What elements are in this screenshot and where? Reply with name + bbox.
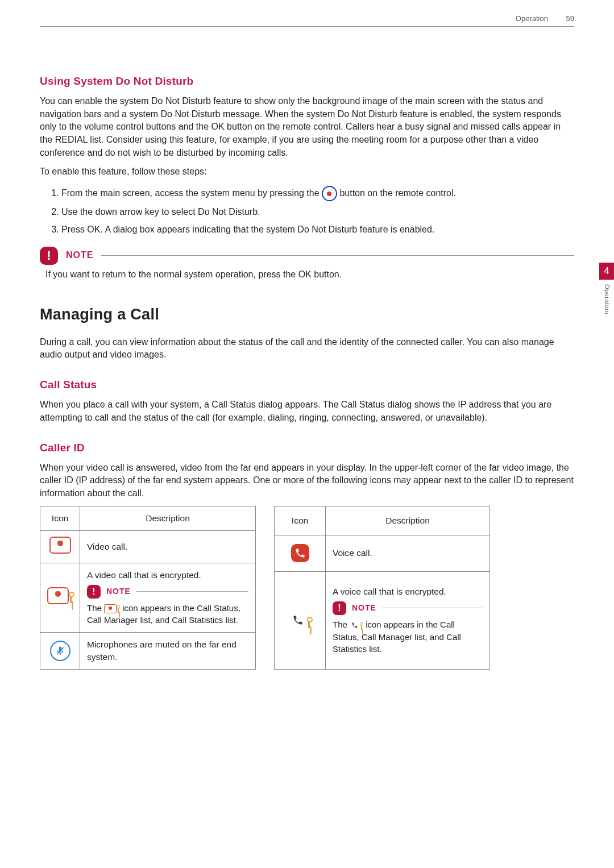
header-page: 59 [566, 14, 574, 23]
note-dnd-header: NOTE [40, 247, 574, 265]
caller-id-icon-table-left: Icon Description Video call. [40, 506, 256, 670]
note-badge-icon [333, 601, 346, 615]
para-dnd-steps-intro: To enable this feature, follow these ste… [40, 165, 574, 178]
note-text-a: The [87, 603, 104, 613]
step-3: Press OK. A dialog box appears indicatin… [61, 221, 574, 239]
table-row: Video call. [40, 530, 256, 563]
side-tab-label: Operation [602, 284, 611, 314]
video-call-encrypted-icon [47, 587, 73, 604]
note-rule [101, 255, 574, 256]
voice-call-icon [291, 544, 309, 562]
cell-desc: A video call that is encrypted. [87, 569, 248, 582]
ok-button-icon [322, 186, 337, 201]
voice-call-encrypted-icon-inline [350, 620, 363, 630]
step-2: Use the down arrow key to select Do Not … [61, 203, 574, 221]
heading-using-dnd: Using System Do Not Disturb [40, 74, 574, 89]
video-call-icon [49, 537, 71, 554]
note-title: NOTE [106, 586, 131, 597]
note-title: NOTE [66, 249, 93, 262]
step-1-a: From the main screen, access the system … [61, 188, 322, 198]
cell-desc: Video call. [80, 530, 256, 563]
note-rule [136, 591, 248, 592]
table-row: Voice call. [275, 535, 490, 571]
table-row: A video call that is encrypted. NOTE The [40, 563, 256, 633]
th-description: Description [80, 506, 256, 530]
step-1-b: button on the remote control. [339, 188, 456, 198]
mic-muted-icon [50, 641, 70, 661]
note-text-a: The [333, 620, 350, 629]
side-tab-number: 4 [599, 263, 614, 280]
table-row: Microphones are muted on the far end sys… [40, 633, 256, 670]
running-header: Operation 59 [516, 14, 574, 24]
cell-desc: Microphones are muted on the far end sys… [80, 633, 256, 670]
side-tab: 4 Operation [599, 263, 614, 314]
dnd-steps-list: From the main screen, access the system … [51, 184, 574, 238]
th-icon: Icon [275, 506, 326, 535]
caller-id-icon-table-right: Icon Description Voice call. [274, 506, 490, 670]
video-call-encrypted-icon-inline [104, 604, 120, 613]
table-row: A voice call that is encrypted. NOTE The [275, 571, 490, 670]
voice-call-encrypted-icon [289, 611, 312, 629]
header-rule [40, 26, 574, 27]
note-dnd-body: If you want to return to the normal syst… [45, 268, 574, 281]
para-dnd-intro: You can enable the system Do Not Disturb… [40, 95, 574, 160]
header-section: Operation [516, 14, 548, 23]
note-title: NOTE [352, 603, 376, 614]
para-caller-id: When your video call is answered, video … [40, 462, 574, 500]
heading-caller-id: Caller ID [40, 441, 574, 456]
note-badge-icon [87, 585, 101, 599]
th-description: Description [326, 506, 490, 535]
note-badge-icon [40, 247, 58, 265]
para-call-status: When you place a call with your system, … [40, 398, 574, 424]
cell-desc: A voice call that is encrypted. [333, 585, 483, 598]
heading-managing-call: Managing a Call [40, 304, 574, 325]
cell-desc: Voice call. [326, 535, 490, 571]
para-managing: During a call, you can view information … [40, 336, 574, 362]
note-rule [382, 608, 483, 608]
th-icon: Icon [40, 506, 80, 530]
heading-call-status: Call Status [40, 377, 574, 393]
step-1: From the main screen, access the system … [61, 184, 574, 203]
